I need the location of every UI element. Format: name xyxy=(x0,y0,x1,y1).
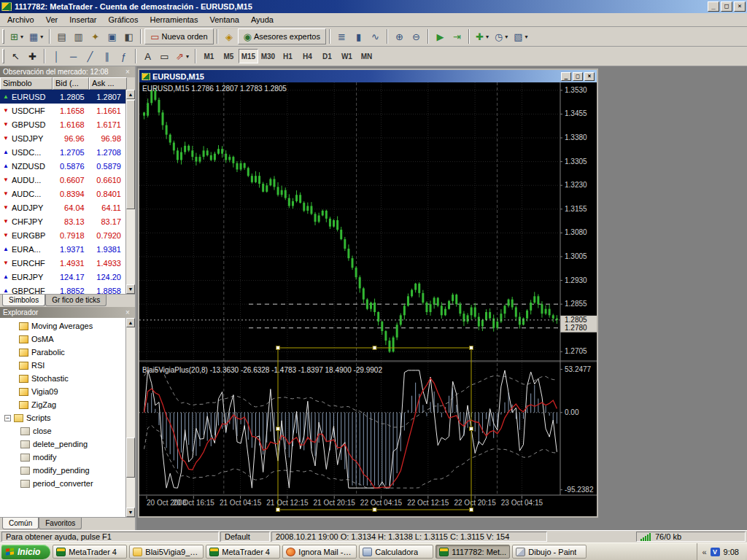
toolbar-grip[interactable] xyxy=(2,29,4,44)
navigator-item-stochastic[interactable]: Stochastic xyxy=(0,372,125,385)
market-watch-row-gbpusd[interactable]: ▼GBPUSD1.61681.6171 xyxy=(0,117,125,131)
status-connection[interactable]: 76/0 kb xyxy=(636,532,746,542)
strategy-tester-button[interactable]: ◧ xyxy=(120,28,137,44)
taskbar-button-metatrader-4-0[interactable]: MetaTrader 4 xyxy=(53,545,127,559)
navigator-item-moving-averages[interactable]: Moving Averages xyxy=(0,319,125,332)
market-watch-row-usdjpy[interactable]: ▼USDJPY96.9696.98 xyxy=(0,131,125,145)
navigator-item-osma[interactable]: OsMA xyxy=(0,332,125,346)
menu-ver[interactable]: Ver xyxy=(40,14,64,26)
zoom-out-button[interactable]: ⊖ xyxy=(408,28,425,44)
menu-herramientas[interactable]: Herramientas xyxy=(144,14,204,26)
navigator-item-modify-pending[interactable]: modify_pending xyxy=(0,464,125,477)
menu-ventana[interactable]: Ventana xyxy=(204,14,245,26)
chart-candles-button[interactable]: ▮ xyxy=(350,28,367,44)
market-watch-row-audu[interactable]: ▼AUDU...0.66070.6610 xyxy=(0,173,125,187)
navigator-item-period-converter[interactable]: period_converter xyxy=(0,477,125,490)
navigator-scrollbar[interactable]: ▲ ▼ xyxy=(125,318,135,517)
scroll-up-icon[interactable]: ▲ xyxy=(126,318,135,327)
market-watch-row-eurusd[interactable]: ▲EURUSD1.28051.2807 xyxy=(0,90,125,104)
arrows-button[interactable]: ⇗▾ xyxy=(173,48,192,64)
market-watch-button[interactable]: ▤ xyxy=(53,28,70,44)
navigator-header[interactable]: Explorador × xyxy=(0,307,135,318)
chart-title-bar[interactable]: EURUSD,M15 _ □ × xyxy=(139,70,597,82)
timeframe-m15[interactable]: M15 xyxy=(239,49,258,63)
market-watch-row-nzdusd[interactable]: ▲NZDUSD0.58760.5879 xyxy=(0,159,125,173)
tab-favoritos[interactable]: Favoritos xyxy=(39,518,82,529)
scroll-down-icon[interactable]: ▼ xyxy=(126,508,135,517)
timeframe-mn[interactable]: MN xyxy=(357,49,376,63)
status-profile[interactable]: Default xyxy=(220,532,270,542)
close-icon[interactable]: × xyxy=(123,308,132,316)
market-watch-row-audjpy[interactable]: ▼AUDJPY64.0464.11 xyxy=(0,201,125,214)
menu-archivo[interactable]: Archivo xyxy=(1,14,40,26)
new-order-button[interactable]: ▭Nueva orden xyxy=(144,28,213,44)
minimize-button[interactable]: _ xyxy=(708,1,719,12)
indicators-button[interactable]: ✚▾ xyxy=(473,28,492,44)
market-watch-row-usdchf[interactable]: ▼USDCHF1.16581.1661 xyxy=(0,104,125,117)
column-header-bid[interactable]: Bid (... xyxy=(53,77,89,90)
scroll-up-icon[interactable]: ▲ xyxy=(126,90,135,99)
timeframe-h4[interactable]: H4 xyxy=(298,49,317,63)
chart-shift-button[interactable]: ⇥ xyxy=(449,28,465,44)
timeframe-w1[interactable]: W1 xyxy=(337,49,357,63)
menu-insertar[interactable]: Insertar xyxy=(63,14,102,26)
market-watch-row-eurjpy[interactable]: ▲EURJPY124.17124.20 xyxy=(0,270,125,284)
timeframe-m1[interactable]: M1 xyxy=(199,49,219,63)
tray-chevron-icon[interactable]: « xyxy=(702,548,706,556)
start-button[interactable]: Inicio xyxy=(1,545,50,559)
column-header-ask[interactable]: Ask ... xyxy=(89,77,127,90)
vertical-line-button[interactable]: │ xyxy=(48,48,65,64)
chart-restore-button[interactable]: □ xyxy=(573,72,583,81)
market-watch-row-audc[interactable]: ▼AUDC...0.83940.8401 xyxy=(0,187,125,201)
menu-gr-ficos[interactable]: Gráficos xyxy=(103,14,144,26)
chart-close-button[interactable]: × xyxy=(584,72,595,81)
crosshair-button[interactable]: ✚ xyxy=(24,48,41,64)
navigator-item-rsi[interactable]: RSI xyxy=(0,359,125,372)
tray-app-icon[interactable]: V xyxy=(711,548,720,556)
collapse-icon[interactable]: − xyxy=(4,415,11,421)
periods-button[interactable]: ◷▾ xyxy=(492,28,511,44)
auto-scroll-button[interactable]: ▶ xyxy=(432,28,449,44)
taskbar-button-dibujo-paint-6[interactable]: Dibujo - Paint xyxy=(512,545,587,559)
close-button[interactable]: × xyxy=(734,1,746,12)
menu-ayuda[interactable]: Ayuda xyxy=(245,14,279,26)
column-header-simbolo[interactable]: Simbolo xyxy=(0,77,53,90)
timeframe-m30[interactable]: M30 xyxy=(258,49,278,63)
market-watch-row-gbpchf[interactable]: ▲GBPCHF1.88521.8858 xyxy=(0,284,125,294)
trendline-button[interactable]: ╱ xyxy=(82,48,98,64)
tab-com-n[interactable]: Común xyxy=(2,518,39,529)
chart-minimize-button[interactable]: _ xyxy=(561,72,571,81)
navigator-item-parabolic[interactable]: Parabolic xyxy=(0,346,125,359)
navigator-item-close[interactable]: close xyxy=(0,424,125,438)
navigator-item-delete-pending[interactable]: delete_pending xyxy=(0,438,125,451)
navigator-item-vigia09[interactable]: Vigia09 xyxy=(0,385,125,398)
fibonacci-button[interactable]: ƒ xyxy=(115,48,132,64)
navigator-item-zigzag[interactable]: ZigZag xyxy=(0,398,125,411)
navigator-group-scripts[interactable]: −Scripts xyxy=(0,411,125,424)
chart-canvas[interactable]: 20 Oct 200820 Oct 16:1521 Oct 04:1521 Oc… xyxy=(139,82,597,515)
taskbar-button-blai5vigia9-mt-1[interactable]: Blai5Vigia9_MT xyxy=(129,545,204,559)
tab-simbolos[interactable]: Simbolos xyxy=(2,295,45,306)
chart-line-button[interactable]: ∿ xyxy=(367,28,384,44)
navigator-button[interactable]: ✦ xyxy=(87,28,104,44)
horizontal-line-button[interactable]: ─ xyxy=(65,48,82,64)
market-watch-header[interactable]: Observación del mercado: 12:08 × xyxy=(0,66,135,77)
new-chart-button[interactable]: ⊞▾ xyxy=(7,28,26,44)
close-icon[interactable]: × xyxy=(123,68,132,76)
chart-bars-button[interactable]: ≣ xyxy=(333,28,350,44)
scroll-down-icon[interactable]: ▼ xyxy=(126,284,135,294)
market-watch-row-usdc[interactable]: ▲USDC...1.27051.2708 xyxy=(0,145,125,159)
text-button[interactable]: A xyxy=(139,48,156,64)
expert-advisors-button[interactable]: ◉Asesores expertos xyxy=(238,28,326,44)
terminal-button[interactable]: ▣ xyxy=(104,28,120,44)
tab-gr-fico-de-ticks[interactable]: Gr fico de ticks xyxy=(45,295,107,306)
timeframe-h1[interactable]: H1 xyxy=(278,49,298,63)
scrollbar-thumb[interactable] xyxy=(126,100,135,209)
zoom-in-button[interactable]: ⊕ xyxy=(391,28,408,44)
taskbar-button-calculadora-4[interactable]: Calculadora xyxy=(359,545,433,559)
market-watch-row-eurchf[interactable]: ▼EURCHF1.49311.4933 xyxy=(0,256,125,270)
navigator-item-modify[interactable]: modify xyxy=(0,451,125,464)
data-window-button[interactable]: ▥ xyxy=(70,28,87,44)
taskbar-button-1117782-met-5[interactable]: 1117782: Met... xyxy=(436,545,510,559)
text-label-button[interactable]: ▭ xyxy=(156,48,173,64)
